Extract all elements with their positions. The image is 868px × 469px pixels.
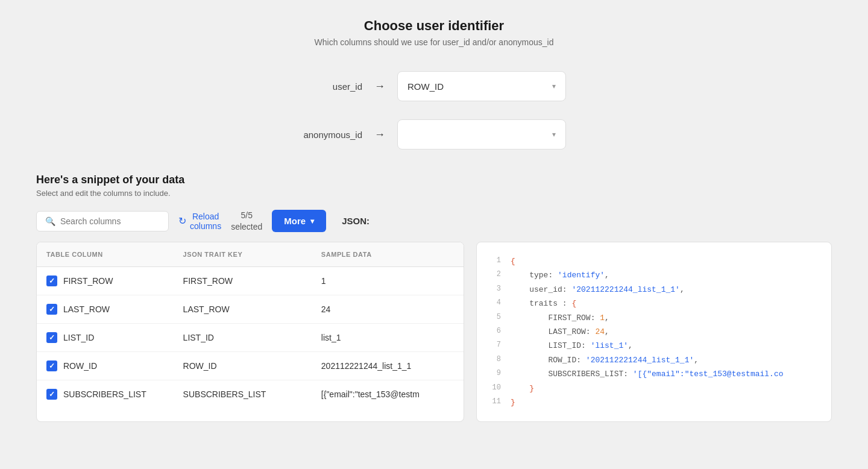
snippet-subtitle: Select and edit the columns to include. — [36, 189, 832, 198]
data-table: TABLE COLUMN JSON TRAIT KEY SAMPLE DATA … — [37, 242, 464, 408]
column-name: SUBSCRIBERS_LIST — [63, 389, 146, 399]
toolbar: 🔍 ↻ Reloadcolumns 5/5selected More ▾ JSO… — [36, 210, 832, 232]
selected-count: 5/5selected — [231, 210, 262, 231]
reload-columns-button[interactable]: ↻ Reloadcolumns — [178, 212, 221, 231]
more-label: More — [284, 216, 306, 226]
json-viewer: 1{2 type: 'identify',3 user_id: '2021122… — [476, 242, 832, 422]
json-lines: 1{2 type: 'identify',3 user_id: '2021122… — [489, 254, 819, 409]
row-checkbox[interactable] — [46, 275, 57, 286]
dropdown-arrow-icon: ▾ — [310, 217, 314, 225]
table-header-row: TABLE COLUMN JSON TRAIT KEY SAMPLE DATA — [37, 242, 464, 267]
json-line: 10 } — [489, 382, 819, 395]
column-name: LIST_ID — [63, 333, 94, 342]
user-id-dropdown[interactable]: ROW_ID ▾ — [397, 71, 566, 101]
json-content: LIST_ID: 'list_1', — [511, 339, 633, 353]
json-line: 1{ — [489, 254, 819, 268]
row-checkbox[interactable] — [46, 304, 57, 315]
json-line: 4 traits : { — [489, 297, 819, 310]
json-line: 11} — [489, 395, 819, 409]
line-number: 10 — [489, 382, 501, 395]
json-line: 3 user_id: '202112221244_list_1_1', — [489, 283, 819, 297]
reload-label: Reloadcolumns — [190, 212, 221, 231]
json-content: traits : { — [511, 297, 576, 310]
json-line: 2 type: 'identify', — [489, 268, 819, 282]
table-row: LAST_ROW LAST_ROW 24 — [37, 295, 464, 324]
line-number: 1 — [489, 254, 501, 268]
json-line: 7 LIST_ID: 'list_1', — [489, 339, 819, 353]
json-content: } — [511, 382, 534, 395]
identifier-section: user_id → ROW_ID ▾ anonymous_id → ▾ — [36, 71, 832, 150]
reload-icon: ↻ — [178, 215, 186, 227]
row-checkbox[interactable] — [46, 360, 57, 371]
anonymous-id-arrow: → — [374, 128, 385, 141]
search-input-wrap[interactable]: 🔍 — [36, 211, 169, 231]
json-content: { — [511, 254, 515, 268]
table-cell-trait: FIRST_ROW — [174, 267, 312, 295]
col-header-json-trait: JSON TRAIT KEY — [174, 242, 312, 267]
column-name: LAST_ROW — [63, 304, 110, 314]
data-table-container: TABLE COLUMN JSON TRAIT KEY SAMPLE DATA … — [36, 242, 464, 422]
anonymous-id-label: anonymous_id — [302, 130, 362, 140]
line-number: 2 — [489, 268, 501, 282]
table-row: SUBSCRIBERS_LIST SUBSCRIBERS_LIST [{"ema… — [37, 380, 464, 409]
table-cell-trait: LIST_ID — [174, 324, 312, 352]
chevron-down-icon-2: ▾ — [552, 130, 556, 139]
json-content: FIRST_ROW: 1, — [511, 311, 609, 325]
table-cell-trait: LAST_ROW — [174, 295, 312, 324]
snippet-title: Here's a snippet of your data — [36, 174, 832, 186]
search-icon: 🔍 — [45, 216, 55, 226]
line-number: 11 — [489, 395, 501, 409]
line-number: 8 — [489, 353, 501, 367]
user-id-row: user_id → ROW_ID ▾ — [302, 71, 566, 101]
column-name: ROW_ID — [63, 361, 97, 371]
anonymous-id-row: anonymous_id → ▾ — [302, 119, 566, 150]
json-line: 9 SUBSCRIBERS_LIST: '[{"email":"test_153… — [489, 367, 819, 381]
user-id-selected-value: ROW_ID — [407, 81, 444, 92]
more-button[interactable]: More ▾ — [272, 210, 326, 232]
line-number: 4 — [489, 297, 501, 310]
json-content: SUBSCRIBERS_LIST: '[{"email":"test_153@t… — [511, 367, 783, 381]
table-cell-column: SUBSCRIBERS_LIST — [37, 380, 174, 409]
table-cell-column: LAST_ROW — [37, 295, 174, 324]
column-name: FIRST_ROW — [63, 276, 113, 286]
line-number: 7 — [489, 339, 501, 353]
table-cell-sample: list_1 — [312, 324, 464, 352]
table-cell-column: ROW_ID — [37, 352, 174, 380]
json-content: ROW_ID: '202112221244_list_1_1', — [511, 353, 699, 367]
col-header-sample-data: SAMPLE DATA — [312, 242, 464, 267]
snippet-section: Here's a snippet of your data Select and… — [36, 174, 832, 422]
table-row: ROW_ID ROW_ID 202112221244_list_1_1 — [37, 352, 464, 380]
table-cell-sample: 24 — [312, 295, 464, 324]
search-input[interactable] — [60, 216, 160, 226]
json-content: LAST_ROW: 24, — [511, 325, 609, 339]
line-number: 6 — [489, 325, 501, 339]
table-cell-column: FIRST_ROW — [37, 267, 174, 295]
table-row: FIRST_ROW FIRST_ROW 1 — [37, 267, 464, 295]
main-content: TABLE COLUMN JSON TRAIT KEY SAMPLE DATA … — [36, 242, 832, 422]
json-line: 5 FIRST_ROW: 1, — [489, 311, 819, 325]
table-head: TABLE COLUMN JSON TRAIT KEY SAMPLE DATA — [37, 242, 464, 267]
table-cell-sample: 1 — [312, 267, 464, 295]
json-content: } — [511, 395, 515, 409]
row-checkbox[interactable] — [46, 389, 57, 400]
col-header-table-column: TABLE COLUMN — [37, 242, 174, 267]
line-number: 3 — [489, 283, 501, 297]
json-content: type: 'identify', — [511, 268, 609, 282]
table-row: LIST_ID LIST_ID list_1 — [37, 324, 464, 352]
json-line: 8 ROW_ID: '202112221244_list_1_1', — [489, 353, 819, 367]
table-cell-sample: 202112221244_list_1_1 — [312, 352, 464, 380]
chevron-down-icon: ▾ — [552, 82, 556, 90]
page-title: Choose user identifier — [36, 18, 832, 34]
user-id-label: user_id — [302, 81, 362, 92]
json-label: JSON: — [342, 216, 370, 226]
table-cell-column: LIST_ID — [37, 324, 174, 352]
header: Choose user identifier Which columns sho… — [36, 18, 832, 47]
line-number: 9 — [489, 367, 501, 381]
table-cell-sample: [{"email":"test_153@testm — [312, 380, 464, 409]
user-id-arrow: → — [374, 80, 385, 93]
table-cell-trait: SUBSCRIBERS_LIST — [174, 380, 312, 409]
anonymous-id-dropdown[interactable]: ▾ — [397, 119, 566, 150]
line-number: 5 — [489, 311, 501, 325]
row-checkbox[interactable] — [46, 332, 57, 343]
json-line: 6 LAST_ROW: 24, — [489, 325, 819, 339]
